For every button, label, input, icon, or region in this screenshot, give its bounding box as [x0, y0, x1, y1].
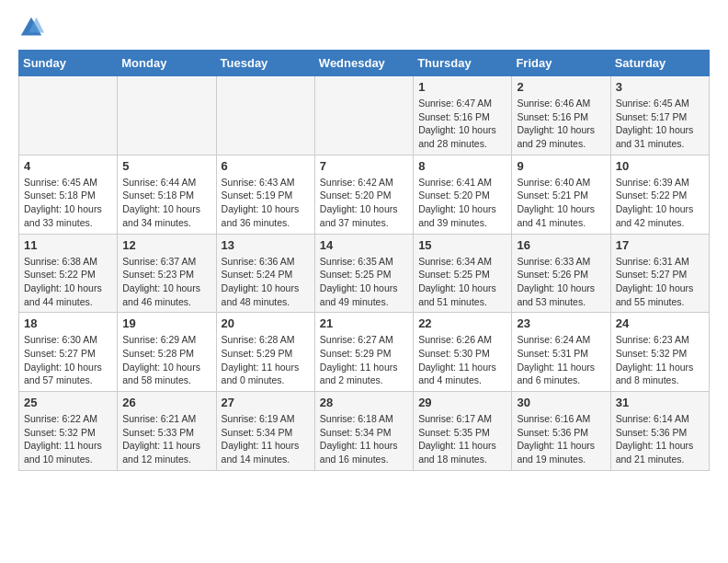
day-info: Sunrise: 6:43 AM Sunset: 5:19 PM Dayligh… — [222, 176, 310, 230]
day-info: Sunrise: 6:35 AM Sunset: 5:25 PM Dayligh… — [320, 255, 408, 309]
day-number: 20 — [222, 316, 310, 330]
calendar-cell: 10Sunrise: 6:39 AM Sunset: 5:22 PM Dayli… — [610, 155, 709, 234]
day-number: 4 — [24, 159, 112, 173]
day-info: Sunrise: 6:37 AM Sunset: 5:23 PM Dayligh… — [122, 255, 210, 309]
day-info: Sunrise: 6:21 AM Sunset: 5:33 PM Dayligh… — [122, 412, 210, 466]
day-number: 11 — [24, 238, 112, 252]
calendar-cell: 1Sunrise: 6:47 AM Sunset: 5:16 PM Daylig… — [414, 76, 512, 155]
calendar-week-row: 11Sunrise: 6:38 AM Sunset: 5:22 PM Dayli… — [19, 234, 710, 313]
calendar-cell: 27Sunrise: 6:19 AM Sunset: 5:34 PM Dayli… — [216, 392, 314, 471]
day-number: 29 — [418, 396, 506, 409]
calendar-cell: 20Sunrise: 6:28 AM Sunset: 5:29 PM Dayli… — [216, 313, 314, 392]
day-number: 23 — [517, 316, 605, 330]
calendar-cell: 22Sunrise: 6:26 AM Sunset: 5:30 PM Dayli… — [414, 313, 512, 392]
day-info: Sunrise: 6:39 AM Sunset: 5:22 PM Dayligh… — [616, 176, 704, 230]
calendar-cell: 25Sunrise: 6:22 AM Sunset: 5:32 PM Dayli… — [19, 392, 118, 471]
calendar-cell: 28Sunrise: 6:18 AM Sunset: 5:34 PM Dayli… — [314, 392, 413, 471]
calendar-cell — [118, 76, 216, 155]
day-number: 16 — [517, 238, 605, 252]
day-info: Sunrise: 6:22 AM Sunset: 5:32 PM Dayligh… — [24, 412, 112, 466]
calendar-cell: 26Sunrise: 6:21 AM Sunset: 5:33 PM Dayli… — [118, 392, 216, 471]
day-info: Sunrise: 6:17 AM Sunset: 5:35 PM Dayligh… — [418, 412, 506, 466]
day-number: 7 — [320, 159, 408, 173]
calendar-week-row: 18Sunrise: 6:30 AM Sunset: 5:27 PM Dayli… — [19, 313, 710, 392]
weekday-header: Sunday — [19, 51, 118, 76]
calendar-cell: 3Sunrise: 6:45 AM Sunset: 5:17 PM Daylig… — [610, 76, 709, 155]
calendar-cell: 30Sunrise: 6:16 AM Sunset: 5:36 PM Dayli… — [512, 392, 610, 471]
weekday-header: Friday — [512, 51, 610, 76]
day-number: 28 — [320, 396, 408, 409]
day-info: Sunrise: 6:34 AM Sunset: 5:25 PM Dayligh… — [418, 255, 506, 309]
day-info: Sunrise: 6:27 AM Sunset: 5:29 PM Dayligh… — [320, 333, 408, 387]
day-number: 9 — [517, 159, 605, 173]
day-number: 14 — [320, 238, 408, 252]
day-number: 31 — [616, 396, 704, 409]
day-number: 17 — [616, 238, 704, 252]
day-info: Sunrise: 6:19 AM Sunset: 5:34 PM Dayligh… — [222, 412, 310, 466]
day-info: Sunrise: 6:47 AM Sunset: 5:16 PM Dayligh… — [418, 97, 506, 151]
calendar-cell: 19Sunrise: 6:29 AM Sunset: 5:28 PM Dayli… — [118, 313, 216, 392]
day-number: 22 — [418, 316, 506, 330]
day-number: 5 — [122, 159, 210, 173]
day-number: 13 — [222, 238, 310, 252]
weekday-header: Thursday — [414, 51, 512, 76]
day-number: 2 — [517, 80, 605, 94]
logo-icon — [18, 15, 44, 40]
day-info: Sunrise: 6:16 AM Sunset: 5:36 PM Dayligh… — [517, 412, 605, 466]
day-number: 25 — [24, 396, 112, 409]
day-number: 10 — [616, 159, 704, 173]
calendar-cell — [19, 76, 118, 155]
calendar-cell: 14Sunrise: 6:35 AM Sunset: 5:25 PM Dayli… — [314, 234, 413, 313]
day-number: 15 — [418, 238, 506, 252]
day-info: Sunrise: 6:14 AM Sunset: 5:36 PM Dayligh… — [616, 412, 704, 466]
calendar-cell: 15Sunrise: 6:34 AM Sunset: 5:25 PM Dayli… — [414, 234, 512, 313]
day-number: 8 — [418, 159, 506, 173]
day-number: 27 — [222, 396, 310, 409]
day-number: 26 — [122, 396, 210, 409]
day-number: 3 — [616, 80, 704, 94]
day-number: 12 — [122, 238, 210, 252]
weekday-header: Monday — [118, 51, 216, 76]
day-info: Sunrise: 6:26 AM Sunset: 5:30 PM Dayligh… — [418, 333, 506, 387]
calendar-week-row: 1Sunrise: 6:47 AM Sunset: 5:16 PM Daylig… — [19, 76, 710, 155]
calendar-cell: 5Sunrise: 6:44 AM Sunset: 5:18 PM Daylig… — [118, 155, 216, 234]
day-info: Sunrise: 6:24 AM Sunset: 5:31 PM Dayligh… — [517, 333, 605, 387]
day-info: Sunrise: 6:33 AM Sunset: 5:26 PM Dayligh… — [517, 255, 605, 309]
calendar-cell: 12Sunrise: 6:37 AM Sunset: 5:23 PM Dayli… — [118, 234, 216, 313]
calendar-cell: 11Sunrise: 6:38 AM Sunset: 5:22 PM Dayli… — [19, 234, 118, 313]
day-number: 30 — [517, 396, 605, 409]
day-number: 24 — [616, 316, 704, 330]
day-number: 6 — [222, 159, 310, 173]
day-number: 1 — [418, 80, 506, 94]
calendar-cell — [314, 76, 413, 155]
calendar-cell: 8Sunrise: 6:41 AM Sunset: 5:20 PM Daylig… — [414, 155, 512, 234]
calendar-cell: 31Sunrise: 6:14 AM Sunset: 5:36 PM Dayli… — [610, 392, 709, 471]
calendar-table: SundayMondayTuesdayWednesdayThursdayFrid… — [18, 50, 710, 471]
calendar-week-row: 4Sunrise: 6:45 AM Sunset: 5:18 PM Daylig… — [19, 155, 710, 234]
day-info: Sunrise: 6:46 AM Sunset: 5:16 PM Dayligh… — [517, 97, 605, 151]
calendar-cell: 17Sunrise: 6:31 AM Sunset: 5:27 PM Dayli… — [610, 234, 709, 313]
logo — [18, 15, 48, 40]
day-info: Sunrise: 6:41 AM Sunset: 5:20 PM Dayligh… — [418, 176, 506, 230]
weekday-header: Saturday — [610, 51, 709, 76]
calendar-cell: 7Sunrise: 6:42 AM Sunset: 5:20 PM Daylig… — [314, 155, 413, 234]
day-number: 21 — [320, 316, 408, 330]
calendar-cell: 2Sunrise: 6:46 AM Sunset: 5:16 PM Daylig… — [512, 76, 610, 155]
day-info: Sunrise: 6:45 AM Sunset: 5:18 PM Dayligh… — [24, 176, 112, 230]
calendar-week-row: 25Sunrise: 6:22 AM Sunset: 5:32 PM Dayli… — [19, 392, 710, 471]
calendar-cell: 4Sunrise: 6:45 AM Sunset: 5:18 PM Daylig… — [19, 155, 118, 234]
calendar-cell: 18Sunrise: 6:30 AM Sunset: 5:27 PM Dayli… — [19, 313, 118, 392]
weekday-header: Wednesday — [314, 51, 413, 76]
calendar-cell: 24Sunrise: 6:23 AM Sunset: 5:32 PM Dayli… — [610, 313, 709, 392]
calendar-cell: 6Sunrise: 6:43 AM Sunset: 5:19 PM Daylig… — [216, 155, 314, 234]
calendar-cell: 29Sunrise: 6:17 AM Sunset: 5:35 PM Dayli… — [414, 392, 512, 471]
page-header — [18, 15, 710, 40]
calendar-cell: 16Sunrise: 6:33 AM Sunset: 5:26 PM Dayli… — [512, 234, 610, 313]
day-info: Sunrise: 6:28 AM Sunset: 5:29 PM Dayligh… — [222, 333, 310, 387]
day-info: Sunrise: 6:44 AM Sunset: 5:18 PM Dayligh… — [122, 176, 210, 230]
day-info: Sunrise: 6:30 AM Sunset: 5:27 PM Dayligh… — [24, 333, 112, 387]
day-info: Sunrise: 6:42 AM Sunset: 5:20 PM Dayligh… — [320, 176, 408, 230]
day-number: 18 — [24, 316, 112, 330]
weekday-header-row: SundayMondayTuesdayWednesdayThursdayFrid… — [19, 51, 710, 76]
calendar-cell — [216, 76, 314, 155]
